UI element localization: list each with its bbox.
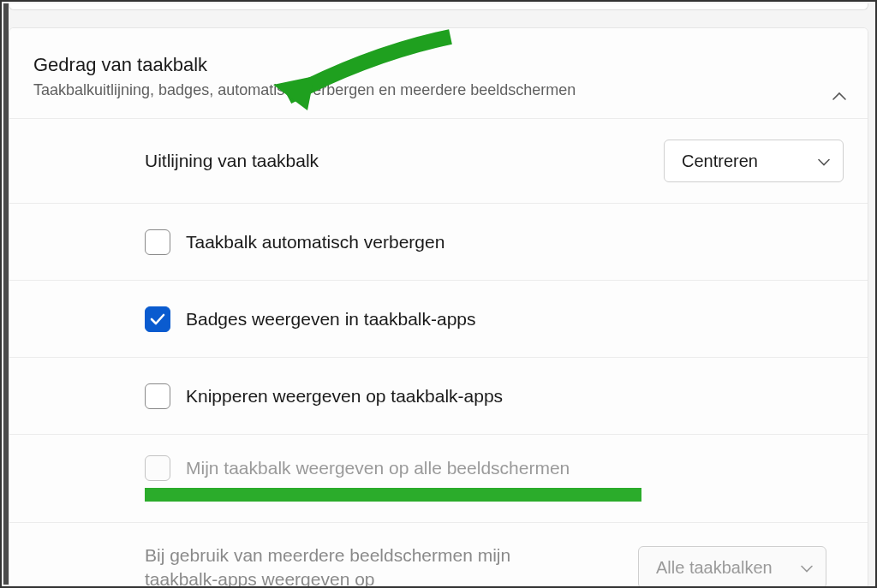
allmonitors-checkbox [145,455,170,481]
alignment-row: Uitlijning van taakbalk Centreren [9,118,868,203]
previous-panel-bottom [9,3,868,10]
autohide-label: Taakbalk automatisch verbergen [186,232,444,252]
flash-checkbox[interactable] [145,383,170,409]
alignment-dropdown[interactable]: Centreren [664,140,844,182]
chevron-down-icon [800,558,814,578]
allmonitors-row: Mijn taakbalk weergeven op alle beeldsch… [9,434,868,522]
chevron-down-icon [817,151,831,171]
flash-label: Knipperen weergeven op taakbalk-apps [186,386,503,407]
multimonitor-label: Bij gebruik van meerdere beeldschermen m… [145,543,513,588]
multimonitor-row: Bij gebruik van meerdere beeldschermen m… [9,522,868,588]
badges-row: Badges weergeven in taakbalk-apps [9,280,868,357]
section-subtitle: Taakbalkuitlijning, badges, automatisch … [33,81,844,99]
annotation-highlight [145,488,641,502]
allmonitors-label: Mijn taakbalk weergeven op alle beeldsch… [186,458,570,478]
section-header[interactable]: Gedrag van taakbalk Taakbalkuitlijning, … [9,28,868,118]
badges-checkbox[interactable] [145,306,170,332]
flash-row: Knipperen weergeven op taakbalk-apps [9,357,868,434]
alignment-label: Uitlijning van taakbalk [145,151,319,171]
multimonitor-dropdown: Alle taakbalken [638,546,826,588]
autohide-checkbox[interactable] [145,229,170,255]
taskbar-behavior-panel: Gedrag van taakbalk Taakbalkuitlijning, … [9,27,868,588]
multimonitor-selected: Alle taakbalken [656,558,773,578]
alignment-selected: Centreren [682,151,758,171]
section-title: Gedrag van taakbalk [33,54,844,76]
autohide-row: Taakbalk automatisch verbergen [9,203,868,280]
badges-label: Badges weergeven in taakbalk-apps [186,309,476,330]
chevron-up-icon[interactable] [832,90,847,105]
